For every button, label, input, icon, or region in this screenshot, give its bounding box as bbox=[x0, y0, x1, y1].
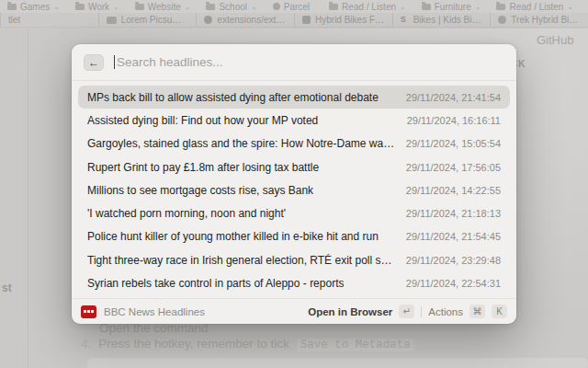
headline-timestamp: 29/11/2024, 14:22:55 bbox=[395, 185, 501, 196]
headline-row[interactable]: Rupert Grint to pay £1.8m after losing t… bbox=[78, 155, 510, 178]
headline-timestamp: 29/11/2024, 21:54:45 bbox=[395, 231, 501, 242]
step-number: 4. bbox=[81, 337, 91, 351]
browser-tab: Bikes | Kids Bikes | Mou... bbox=[392, 13, 491, 27]
step-code: Save to Metadata bbox=[297, 339, 414, 351]
tab-favicon bbox=[204, 16, 212, 24]
chevron-down-icon: ⌄ bbox=[567, 3, 573, 11]
bookmark-item: Read / Listen ⌄ bbox=[496, 2, 573, 12]
headline-timestamp: 29/11/2024, 17:56:05 bbox=[395, 162, 501, 173]
tab-title: Trek Hybrid Bike for sal... bbox=[511, 15, 581, 25]
bookmark-label: Read / Listen bbox=[342, 2, 396, 12]
bookmark-label: Parcel bbox=[284, 2, 310, 12]
cmd-key-icon: ⌘ bbox=[469, 305, 485, 318]
readme-code-block bbox=[87, 358, 588, 368]
back-button[interactable]: ← bbox=[84, 54, 104, 71]
bbc-logo-icon bbox=[81, 305, 96, 318]
tab-favicon bbox=[401, 16, 409, 24]
back-arrow-icon: ← bbox=[88, 56, 99, 69]
browser-tab: Lorem Picsum - Images bbox=[98, 13, 197, 27]
headline-row[interactable]: Gargoyles, stained glass and the spire: … bbox=[78, 132, 510, 155]
bookmark-folder-icon bbox=[422, 4, 431, 10]
headline-title: Tight three-way race in Irish general el… bbox=[87, 254, 395, 267]
headline-row[interactable]: Assisted dying bill: Find out how your M… bbox=[78, 109, 510, 132]
headline-timestamp: 29/11/2024, 15:05:54 bbox=[395, 138, 501, 149]
headline-row[interactable]: Tight three-way race in Irish general el… bbox=[78, 248, 510, 271]
bookmark-folder-icon bbox=[329, 4, 338, 10]
headline-title: Syrian rebels take control in parts of A… bbox=[87, 277, 344, 290]
palette-header: ← bbox=[72, 44, 516, 81]
bookmark-label: Games bbox=[20, 2, 50, 12]
page-edge-divider bbox=[28, 29, 28, 368]
bookmark-item: Read / Listen ⌄ bbox=[329, 2, 406, 12]
tab-title: Lorem Picsum - Images bbox=[121, 15, 189, 25]
headline-row[interactable]: Millions to see mortgage costs rise, say… bbox=[78, 178, 510, 201]
bookmark-item: Website ⌄ bbox=[135, 2, 191, 12]
headline-row[interactable]: Syrian rebels take control in parts of A… bbox=[78, 271, 510, 294]
chevron-down-icon: ⌄ bbox=[113, 3, 119, 11]
headline-title: Millions to see mortgage costs rise, say… bbox=[87, 184, 313, 197]
enter-key-icon: ↵ bbox=[399, 305, 414, 318]
text-caret bbox=[114, 55, 115, 69]
bookmark-label: Work bbox=[88, 2, 109, 12]
search-input[interactable] bbox=[117, 55, 504, 69]
bookmark-folder-icon bbox=[206, 4, 215, 10]
tab-favicon bbox=[302, 16, 311, 24]
k-key-icon: K bbox=[492, 305, 507, 318]
bookmark-folder-icon bbox=[7, 4, 17, 10]
headline-row[interactable]: MPs back bill to allow assisted dying af… bbox=[78, 86, 510, 109]
headline-timestamp: 29/11/2024, 21:41:54 bbox=[395, 92, 501, 103]
headline-timestamp: 29/11/2024, 23:29:48 bbox=[395, 255, 501, 266]
headline-timestamp: 29/11/2024, 22:54:31 bbox=[395, 278, 501, 289]
headline-title: 'I watched porn morning, noon and night' bbox=[87, 207, 286, 220]
tab-favicon bbox=[498, 16, 506, 24]
bookmark-item: School ⌄ bbox=[206, 2, 256, 12]
headline-title: Police hunt killer of young mother kille… bbox=[87, 230, 379, 243]
headline-list: MPs back bill to allow assisted dying af… bbox=[72, 81, 516, 298]
readme-step-4: 4. Press the hotkey, remember to tick Sa… bbox=[81, 337, 414, 351]
headline-timestamp: 29/11/2024, 21:18:13 bbox=[395, 208, 501, 219]
browser-tab: extensions/extensions/... bbox=[196, 13, 294, 27]
palette-footer: BBC News Headlines Open in Browser ↵ Act… bbox=[72, 298, 516, 324]
bookmark-label: School bbox=[219, 2, 247, 12]
bookmark-label: Furniture bbox=[435, 2, 471, 12]
open-in-browser-button[interactable]: Open in Browser bbox=[308, 306, 392, 317]
browser-tab: Hybrid Bikes For Men,... bbox=[294, 13, 392, 27]
bookmark-folder-icon bbox=[273, 3, 280, 10]
chevron-down-icon: ⌄ bbox=[185, 3, 191, 11]
chevron-down-icon: ⌄ bbox=[53, 3, 60, 11]
bookmark-folder-icon bbox=[496, 4, 505, 10]
headline-row[interactable]: Police hunt killer of young mother kille… bbox=[78, 225, 510, 248]
chevron-down-icon: ⌄ bbox=[251, 3, 257, 11]
bookmark-label: Website bbox=[148, 2, 181, 12]
chevron-down-icon: ⌄ bbox=[400, 3, 406, 11]
step-text: Press the hotkey, remember to tick bbox=[98, 337, 289, 351]
bookmark-folder-icon bbox=[75, 4, 85, 10]
chevron-down-icon: ⌄ bbox=[475, 3, 481, 11]
headline-timestamp: 29/11/2024, 16:16:11 bbox=[396, 115, 501, 126]
left-text-fragment: st bbox=[2, 282, 12, 294]
headline-title: MPs back bill to allow assisted dying af… bbox=[87, 91, 379, 104]
bookmark-item: Furniture ⌄ bbox=[422, 2, 481, 12]
bookmark-folder-icon bbox=[135, 4, 144, 10]
bookmark-item: Games ⌄ bbox=[7, 2, 60, 12]
tab-favicon bbox=[107, 17, 117, 24]
tab-bar: tlet Lorem Picsum - Images extensions/ex… bbox=[0, 13, 588, 28]
bookmark-label: Read / Listen bbox=[509, 2, 563, 12]
tab-title: tlet bbox=[8, 15, 20, 25]
browser-tab: Trek Hybrid Bike for sal... bbox=[490, 13, 588, 27]
tab-title: Bikes | Kids Bikes | Mou... bbox=[413, 15, 483, 25]
extension-name: BBC News Headlines bbox=[104, 306, 205, 317]
tab-title: extensions/extensions/... bbox=[217, 15, 287, 25]
headline-row[interactable]: 'I watched porn morning, noon and night'… bbox=[78, 201, 510, 224]
github-link: GitHub bbox=[537, 33, 573, 47]
headline-title: Rupert Grint to pay £1.8m after losing t… bbox=[87, 161, 319, 174]
bookmark-item: Parcel bbox=[273, 2, 313, 12]
bookmarks-bar: Games ⌄ Work ⌄ Website ⌄ School ⌄ bbox=[0, 0, 588, 13]
command-palette: ← MPs back bill to allow assisted dying … bbox=[72, 44, 516, 324]
actions-button[interactable]: Actions bbox=[428, 306, 463, 317]
headline-title: Gargoyles, stained glass and the spire: … bbox=[87, 137, 395, 150]
bookmark-item: Work ⌄ bbox=[75, 2, 119, 12]
tab-title: Hybrid Bikes For Men,... bbox=[315, 15, 385, 25]
browser-tab: tlet bbox=[0, 13, 98, 27]
headline-title: Assisted dying bill: Find out how your M… bbox=[87, 114, 318, 127]
